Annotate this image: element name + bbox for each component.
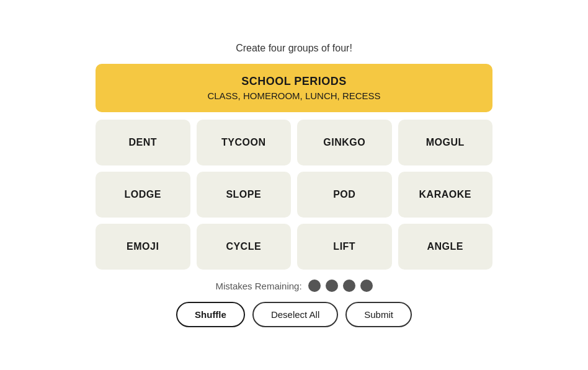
solved-group-title: SCHOOL PERIODS bbox=[108, 75, 480, 88]
tile-emoji[interactable]: EMOJI bbox=[96, 224, 190, 270]
subtitle: Create four groups of four! bbox=[236, 43, 352, 54]
game-container: Create four groups of four! SCHOOL PERIO… bbox=[96, 43, 492, 327]
action-buttons: Shuffle Deselect All Submit bbox=[176, 302, 412, 327]
tile-lodge[interactable]: LODGE bbox=[96, 172, 190, 218]
submit-button[interactable]: Submit bbox=[345, 302, 412, 327]
solved-group-words: CLASS, HOMEROOM, LUNCH, RECESS bbox=[108, 90, 480, 101]
tile-slope[interactable]: SLOPE bbox=[197, 172, 292, 218]
mistakes-label: Mistakes Remaining: bbox=[215, 281, 301, 291]
tile-karaoke[interactable]: KARAOKE bbox=[398, 172, 493, 218]
mistakes-row: Mistakes Remaining: bbox=[215, 280, 372, 292]
solved-group: SCHOOL PERIODS CLASS, HOMEROOM, LUNCH, R… bbox=[96, 64, 492, 112]
mistake-dot-4 bbox=[360, 280, 373, 292]
tile-dent[interactable]: DENT bbox=[96, 120, 190, 165]
mistake-dot-1 bbox=[308, 280, 321, 292]
tile-ginkgo[interactable]: GINKGO bbox=[297, 120, 392, 165]
deselect-all-button[interactable]: Deselect All bbox=[252, 302, 338, 327]
tile-lift[interactable]: LIFT bbox=[297, 224, 392, 270]
tile-mogul[interactable]: MOGUL bbox=[398, 120, 493, 165]
tile-cycle[interactable]: CYCLE bbox=[197, 224, 292, 270]
shuffle-button[interactable]: Shuffle bbox=[176, 302, 245, 327]
mistake-dot-2 bbox=[326, 280, 338, 292]
tile-angle[interactable]: ANGLE bbox=[398, 224, 493, 270]
mistake-dot-3 bbox=[343, 280, 355, 292]
mistakes-dots bbox=[308, 280, 373, 292]
tile-grid: DENTTYCOONGINKGOMOGULLODGESLOPEPODKARAOK… bbox=[96, 120, 492, 270]
tile-tycoon[interactable]: TYCOON bbox=[197, 120, 292, 165]
tile-pod[interactable]: POD bbox=[297, 172, 392, 218]
